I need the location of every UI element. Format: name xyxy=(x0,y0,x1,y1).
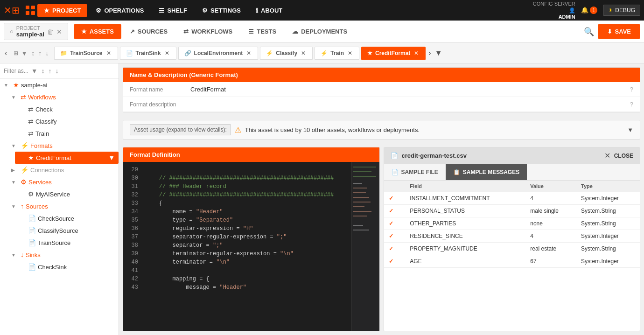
sidebar-item-formats[interactable]: ▼ ⚡ Formats xyxy=(7,140,119,152)
svg-rect-10 xyxy=(353,197,369,198)
sample-close-button[interactable]: CLOSE xyxy=(614,153,633,159)
tab-trainsink[interactable]: 📄 TrainSink ✕ xyxy=(120,47,176,60)
sidebar-item-checksource[interactable]: 📄 CheckSource xyxy=(15,212,119,224)
tab-dropdown-btn[interactable]: ▼ xyxy=(433,47,444,59)
row-type-cell: System.Integer xyxy=(576,230,640,243)
sidebar-services-section: ▼ ⚙ Services ⚙ MyAIService xyxy=(0,176,119,200)
sidebar-item-trainsource[interactable]: 📄 TrainSource xyxy=(15,237,119,249)
svg-rect-14 xyxy=(353,216,367,216)
tab-localenv-close[interactable]: ✕ xyxy=(245,50,252,56)
sample-close-x-button[interactable]: ✕ xyxy=(604,151,610,160)
sidebar-item-workflows[interactable]: ▼ ⇄ Workflows xyxy=(7,91,119,103)
sidebar-filter-btn[interactable]: ▼ xyxy=(30,66,39,76)
tab-trainsource[interactable]: 📁 TrainSource ✕ xyxy=(54,47,118,60)
sources-pill[interactable]: ↗ SOURCES xyxy=(122,24,175,39)
sidebar-item-sinks[interactable]: ▼ ↓ Sinks xyxy=(7,249,119,261)
row-field-cell: AGE xyxy=(405,255,525,268)
row-field-cell: PROPERTY_MAGNITUDE xyxy=(405,243,525,255)
sidebar-item-services[interactable]: ▼ ⚙ Services xyxy=(7,176,119,188)
about-nav-btn[interactable]: ℹ ABOUT xyxy=(249,4,289,17)
tab-bar: ‹ ⊞ ▼ ↕ ↑ ↓ 📁 TrainSource ✕ 📄 TrainSink … xyxy=(0,43,644,63)
settings-nav-btn[interactable]: ⚙ SETTINGS xyxy=(196,4,247,17)
tab-sample-file[interactable]: 📄 SAMPLE FILE xyxy=(384,164,446,180)
sample-file-tab-icon: 📄 xyxy=(392,169,399,175)
sidebar-workflows-items: ⇄ Check ⇄ Classify ⇄ Train xyxy=(7,103,119,140)
project-close-button[interactable]: ✕ xyxy=(56,28,62,35)
sidebar-item-classifysource[interactable]: 📄 ClassifySource xyxy=(15,224,119,237)
tab-more-btn[interactable]: › xyxy=(427,47,433,59)
debug-button[interactable]: ☀ DEBUG xyxy=(603,5,640,16)
format-desc-help-icon[interactable]: ? xyxy=(630,101,633,108)
tests-pill[interactable]: ☰ TESTS xyxy=(241,24,284,39)
tab-sort-desc[interactable]: ↑ xyxy=(37,49,42,58)
svg-rect-0 xyxy=(26,6,29,9)
sidebar-sinks-section: ▼ ↓ Sinks 📄 CheckSink xyxy=(0,249,119,273)
tab-train-close[interactable]: ✕ xyxy=(347,50,353,56)
row-value-cell: male single xyxy=(525,205,576,217)
tab-trainsink-close[interactable]: ✕ xyxy=(164,50,170,56)
grid-icon xyxy=(25,5,35,15)
creditformat-action-btn[interactable]: ▼ xyxy=(108,154,115,161)
row-check-cell: ✓ xyxy=(384,205,406,217)
sidebar-item-myaiservice[interactable]: ⚙ MyAIService xyxy=(15,188,119,200)
sources-icon-sidebar: ↑ xyxy=(21,202,24,210)
tab-classify[interactable]: ⚡ Classify ✕ xyxy=(260,47,313,60)
row-value-cell: 4 xyxy=(525,230,576,243)
project-delete-button[interactable]: 🗑 xyxy=(47,28,54,35)
sidebar-root[interactable]: ▼ ★ sample-ai xyxy=(0,79,119,91)
tab-train-icon: ⚡ xyxy=(321,50,328,56)
deployments-pill[interactable]: ☁ DEPLOYMENTS xyxy=(285,24,355,39)
tab-nav-prev[interactable]: ‹ xyxy=(2,47,10,59)
sidebar-item-checksink[interactable]: 📄 CheckSink xyxy=(15,261,119,273)
project-nav-btn[interactable]: ★ PROJECT xyxy=(37,4,87,17)
tab-trainsink-icon: 📄 xyxy=(126,50,133,56)
tab-filter-btn[interactable]: ▼ xyxy=(20,49,28,58)
sidebar-sinks-items: 📄 CheckSink xyxy=(7,261,119,273)
code-area[interactable]: 2930313233 3435363738 3940414243 // ####… xyxy=(123,162,379,331)
notification-button[interactable]: 🔔 1 xyxy=(581,7,598,14)
svg-rect-8 xyxy=(353,188,367,188)
sidebar-item-sources[interactable]: ▼ ↑ Sources xyxy=(7,200,119,212)
line-numbers: 2930313233 3435363738 3940414243 xyxy=(123,162,142,331)
sidebar-item-train[interactable]: ⇄ Train xyxy=(15,127,119,140)
search-button[interactable]: 🔍 xyxy=(584,27,594,37)
asset-usage-expand-btn[interactable]: Asset usage (expand to view details): xyxy=(130,124,231,135)
assets-pill[interactable]: ★ ASSETS xyxy=(74,24,121,39)
col-value: Value xyxy=(525,181,576,192)
tab-classify-close[interactable]: ✕ xyxy=(300,50,307,56)
tab-sample-messages[interactable]: 📋 SAMPLE MESSAGES xyxy=(446,164,527,180)
svg-rect-15 xyxy=(353,225,363,226)
tab-trainsource-close[interactable]: ✕ xyxy=(105,50,112,56)
tab-localenv[interactable]: 🔗 LocalEnvironment ✕ xyxy=(178,47,259,60)
sidebar-sort-asc[interactable]: ↑ xyxy=(48,66,53,76)
tab-sort-az[interactable]: ↓ xyxy=(44,49,49,58)
workflows-pill[interactable]: ⇄ WORKFLOWS xyxy=(176,24,240,39)
tab-train[interactable]: ⚡ Train ✕ xyxy=(315,47,359,60)
sidebar-workflows-section: ▼ ⇄ Workflows ⇄ Check ⇄ Classify ⇄ xyxy=(0,91,119,140)
trainsource-icon: 📄 xyxy=(28,239,36,246)
operations-nav-btn[interactable]: ⚙ OPERATIONS xyxy=(89,4,150,17)
sidebar-sort-btn[interactable]: ↕ xyxy=(41,66,46,76)
sidebar-item-classify[interactable]: ⇄ Classify xyxy=(15,115,119,127)
workflows-chevron-icon: ▼ xyxy=(11,95,19,100)
svg-rect-4 xyxy=(353,167,376,168)
check-icon: ✓ xyxy=(389,245,393,252)
tab-creditformat-close[interactable]: ✕ xyxy=(413,50,420,56)
sidebar-item-creditformat[interactable]: ★ CreditFormat ▼ xyxy=(15,152,119,164)
sidebar-item-connections[interactable]: ▶ ⚡ Connections xyxy=(7,164,119,176)
formats-chevron-icon: ▼ xyxy=(11,143,19,148)
services-chevron-icon: ▼ xyxy=(11,180,19,185)
code-lines: // #####################################… xyxy=(142,162,351,331)
checksource-icon: 📄 xyxy=(28,215,36,222)
tab-creditformat[interactable]: ★ CreditFormat ✕ xyxy=(361,47,426,60)
format-name-help-icon[interactable]: ? xyxy=(630,86,633,93)
tab-sort-asc[interactable]: ↕ xyxy=(30,49,35,58)
save-button[interactable]: ⬇ SAVE xyxy=(598,24,640,39)
sidebar-sort-desc[interactable]: ↓ xyxy=(55,66,60,76)
sidebar-item-check[interactable]: ⇄ Check xyxy=(15,103,119,115)
sidebar: Filter as... ▼ ↕ ↑ ↓ ▼ ★ sample-ai ▼ ⇄ W… xyxy=(0,63,119,335)
shelf-nav-btn[interactable]: ☰ SHELF xyxy=(152,4,194,17)
col-check xyxy=(384,181,406,192)
settings-nav-icon: ⚙ xyxy=(202,7,208,14)
project-tab: ○ PROJECT sample-ai 🗑 ✕ xyxy=(4,23,68,40)
